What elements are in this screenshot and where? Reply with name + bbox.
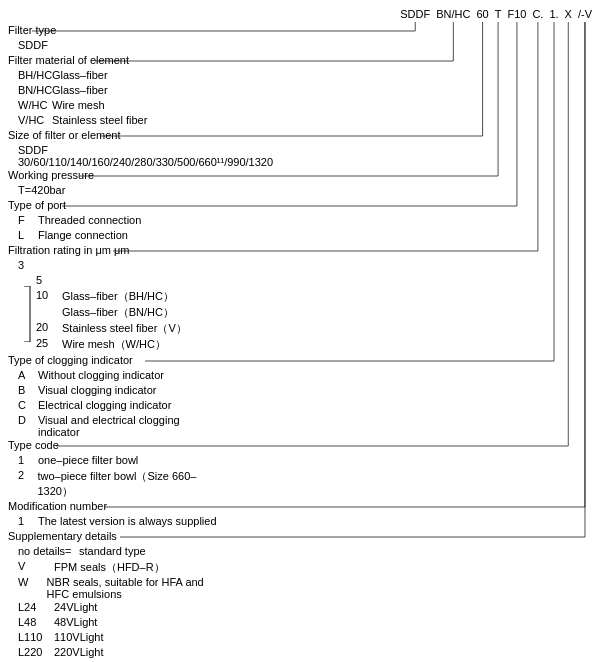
port-l-value: Flange connection [38,229,128,241]
filter-type-row: Filter type [4,24,602,38]
filter-type-label: Filter type [4,24,224,36]
supp-l110-pair: L110 110VLight [4,631,224,643]
filtration-20-value: Stainless steel fiber（V） [62,321,187,336]
clogging-c-value: Electrical clogging indicator [38,399,171,411]
port-f-key: F [18,214,32,226]
filtration-10-key: 10 [36,289,56,301]
supplementary-title: Supplementary details [4,530,224,542]
modification-1-key: 1 [18,515,32,527]
clogging-b-key: B [18,384,32,396]
supp-l24-value: 24VLight [54,601,97,613]
port-f-pair: F Threaded connection [4,214,224,226]
w-hc-row: W/HC Wire mesh [4,99,602,113]
bh-hc-key: BH/HC [18,69,46,81]
port-l-pair: L Flange connection [4,229,224,241]
port-f-value: Threaded connection [38,214,141,226]
filter-type-value: SDDF [4,39,224,51]
code-f10: F10 [507,8,526,20]
supp-v-pair: V FPM seals（HFD–R） [4,560,224,575]
modification-title-row: Modification number [4,500,602,514]
clogging-d-value: Visual and electrical clogging indicator [38,414,224,438]
code-1: 1. [549,8,558,20]
clogging-a-key: A [18,369,32,381]
filter-type-value-row: SDDF [4,39,602,53]
type-code-1-value: one–piece filter bowl [38,454,138,466]
supp-v-value: FPM seals（HFD–R） [54,560,165,575]
bn-hc-row: BN/HC Glass–fiber [4,84,602,98]
clogging-title: Type of clogging indicator [4,354,224,366]
size-title: Size of filter or element [4,129,224,141]
filter-material-title: Filter material of element [4,54,224,66]
supp-l48-row: L48 48VLight [4,616,602,630]
filtration-3: 3 [4,259,224,271]
filtration-bracket-group: 5 10 Glass–fiber（BH/HC） Glass–fiber（BN/H… [22,274,602,353]
type-port-title: Type of port [4,199,224,211]
code-sddf: SDDF [400,8,430,20]
supp-nodetails-row: no details= standard type [4,545,602,559]
filtration-10-row: 10 Glass–fiber（BH/HC） [36,289,187,304]
type-code-title: Type code [4,439,224,451]
clogging-a-value: Without clogging indicator [38,369,164,381]
supp-nodetails-key: no details= [18,545,73,557]
filtration-20-key: 20 [36,321,56,333]
filtration-bracket-items: 5 10 Glass–fiber（BH/HC） Glass–fiber（BN/H… [36,274,187,353]
bn-hc-value: Glass–fiber [52,84,108,96]
supplementary-title-row: Supplementary details [4,530,602,544]
supp-nodetails-pair: no details= standard type [4,545,224,557]
supp-l24-key: L24 [18,601,48,613]
type-code-1-key: 1 [18,454,32,466]
code-bn-hc: BN/HC [436,8,470,20]
modification-title: Modification number [4,500,224,512]
supp-w-pair: W NBR seals, suitable for HFA and HFC em… [4,576,224,600]
filtration-20-row: 20 Stainless steel fiber（V） [36,321,187,336]
clogging-b-value: Visual clogging indicator [38,384,156,396]
supp-l220-value: 220VLight [54,646,104,658]
filtration-title-row: Filtration rating in μm μm [4,244,602,258]
w-hc-key: W/HC [18,99,46,111]
filtration-3-row: 3 [4,259,602,273]
supp-v-key: V [18,560,48,575]
main-content: Filter type SDDF Filter material of elem… [4,24,602,662]
filtration-10-value: Glass–fiber（BH/HC） [62,289,174,304]
port-l-row: L Flange connection [4,229,602,243]
port-f-row: F Threaded connection [4,214,602,228]
working-pressure-title: Working pressure [4,169,224,181]
v-hc-pair: V/HC Stainless steel fiber [4,114,224,126]
w-hc-value: Wire mesh [52,99,105,111]
v-hc-value: Stainless steel fiber [52,114,147,126]
type-code-1-pair: 1 one–piece filter bowl [4,454,224,466]
modification-1-pair: 1 The latest version is always supplied [4,515,224,527]
clogging-d-key: D [18,414,32,438]
main-container: SDDF BN/HC 60 T F10 C. 1. X /-V Filter t… [0,0,606,662]
filtration-25-value: Wire mesh（W/HC） [62,337,166,352]
size-value-row: SDDF 30/60/110/140/160/240/280/330/500/6… [4,144,602,168]
working-pressure-title-row: Working pressure [4,169,602,183]
filtration-5-key: 5 [36,274,56,286]
clogging-a-pair: A Without clogging indicator [4,369,224,381]
w-hc-pair: W/HC Wire mesh [4,99,224,111]
bh-hc-value: Glass–fiber [52,69,108,81]
supp-l110-row: L110 110VLight [4,631,602,645]
supp-l48-key: L48 [18,616,48,628]
supp-l48-value: 48VLight [54,616,97,628]
clogging-d-pair: D Visual and electrical clogging indicat… [4,414,224,438]
supp-l24-row: L24 24VLight [4,601,602,615]
header-code-bar: SDDF BN/HC 60 T F10 C. 1. X /-V [4,8,602,20]
type-code-1-row: 1 one–piece filter bowl [4,454,602,468]
size-title-row: Size of filter or element [4,129,602,143]
type-code-2-key: 2 [18,469,31,499]
filtration-10b-row: Glass–fiber（BN/HC） [36,305,187,320]
filtration-title: Filtration rating in μm μm [4,244,224,256]
bn-hc-key: BN/HC [18,84,46,96]
clogging-d-row: D Visual and electrical clogging indicat… [4,414,602,438]
clogging-b-pair: B Visual clogging indicator [4,384,224,396]
modification-1-row: 1 The latest version is always supplied [4,515,602,529]
clogging-c-key: C [18,399,32,411]
supp-l48-pair: L48 48VLight [4,616,224,628]
clogging-b-row: B Visual clogging indicator [4,384,602,398]
supp-w-key: W [18,576,41,600]
filtration-25-row: 25 Wire mesh（W/HC） [36,337,187,352]
type-port-title-row: Type of port [4,199,602,213]
bh-hc-row: BH/HC Glass–fiber [4,69,602,83]
type-code-title-row: Type code [4,439,602,453]
